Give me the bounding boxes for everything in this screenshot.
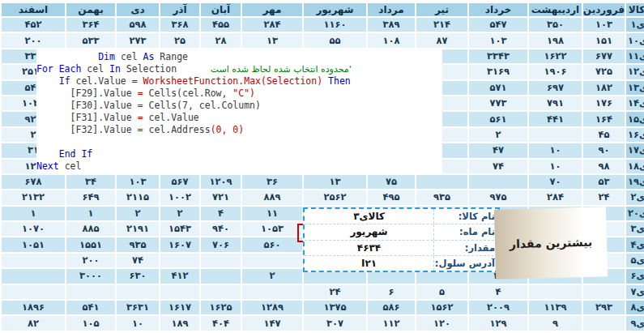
value-cell[interactable]: ۳۵۰ (529, 18, 582, 32)
product-name-cell[interactable]: کالای۱۱ (626, 49, 644, 63)
value-cell[interactable]: ۲۷۳ (117, 33, 159, 47)
value-cell[interactable]: ۱۰۵ (66, 316, 115, 330)
product-name-cell[interactable]: کالای۱ (626, 18, 644, 32)
product-name-cell[interactable]: کالای۶ (626, 269, 644, 283)
value-cell[interactable]: ۵۵ (304, 33, 366, 47)
product-name-cell[interactable]: کالای۱۳ (626, 81, 644, 95)
value-cell[interactable] (529, 285, 582, 299)
value-cell[interactable]: ۱۱۳۹ (529, 301, 582, 314)
value-cell[interactable]: ۱۹۰۶ (529, 65, 582, 79)
value-cell[interactable]: ۱۱۶۰ (304, 18, 366, 32)
product-name-cell[interactable]: کالای۲ (626, 190, 644, 204)
value-cell[interactable]: ۱ (66, 207, 115, 220)
max-value-label[interactable]: بیشترین مقدار (494, 207, 608, 280)
value-cell[interactable]: ۴۵ (583, 128, 625, 142)
product-name-cell[interactable]: کالای۸ (626, 301, 644, 314)
product-name-cell[interactable]: کالای۱۴ (626, 96, 644, 110)
header-month[interactable]: شهریور (304, 3, 366, 16)
result-info-panel[interactable]: نام کالا:کالای۳نام ماه:شهریورمقدار:۴۶۳۴آ… (303, 207, 500, 272)
value-cell[interactable]: ۱۰۵۳ (242, 222, 302, 236)
header-month[interactable]: خرداد (469, 3, 527, 16)
value-cell[interactable]: ۹۰ (583, 143, 625, 157)
value-cell[interactable]: ۲۸ (201, 33, 241, 47)
value-cell[interactable] (201, 285, 241, 299)
value-cell[interactable]: ۴۵۵ (201, 18, 241, 32)
product-name-cell[interactable]: کالای۱۹ (626, 175, 644, 189)
value-cell[interactable]: ۴۷ (469, 143, 527, 157)
value-cell[interactable] (160, 254, 199, 267)
value-cell[interactable] (242, 254, 302, 267)
value-cell[interactable]: ۱۲۹ (469, 316, 527, 330)
value-cell[interactable]: ۲۹۳ (583, 301, 625, 314)
value-cell[interactable]: ۵ (416, 285, 467, 299)
value-cell[interactable]: ۷۰۶ (201, 237, 241, 251)
value-cell[interactable]: ۲۸۴ (242, 18, 302, 32)
value-cell[interactable]: ۳۶۴ (66, 18, 115, 32)
value-cell[interactable]: ۶۳۰ (117, 269, 159, 283)
info-panel-value[interactable]: کالای۳ (305, 211, 433, 222)
value-cell[interactable]: ۱۵۴۳ (160, 222, 199, 236)
value-cell[interactable]: ۶۹۷ (529, 81, 582, 95)
value-cell[interactable]: ۱۶۲۲ (529, 49, 582, 63)
value-cell[interactable]: ۲۰۰ (66, 254, 115, 267)
value-cell[interactable]: ۹۷۵ (469, 190, 527, 204)
info-panel-value[interactable]: شهریور (305, 226, 433, 237)
value-cell[interactable]: ۷۵ (368, 175, 415, 189)
value-cell[interactable]: ۱۶۱۷ (160, 301, 199, 314)
value-cell[interactable]: ۹۳۵ (416, 190, 467, 204)
header-month[interactable]: دی (117, 3, 159, 16)
value-cell[interactable]: ۴۹۵ (368, 190, 415, 204)
value-cell[interactable]: ۵۸۶ (368, 301, 415, 314)
value-cell[interactable]: ۹۳۵ (117, 237, 159, 251)
value-cell[interactable] (117, 285, 159, 299)
value-cell[interactable]: ۲۰۰ (2, 33, 65, 47)
value-cell[interactable]: ۴ (469, 285, 527, 299)
value-cell[interactable]: ۲۵۶۲ (304, 190, 366, 204)
value-cell[interactable]: ۳۳۴۳ (469, 49, 527, 63)
value-cell[interactable]: ۱۸۲ (583, 81, 625, 95)
value-cell[interactable] (583, 316, 625, 330)
product-name-cell[interactable]: کالای۱۸ (626, 160, 644, 173)
header-month[interactable]: فروردین (583, 3, 625, 16)
value-cell[interactable]: ۲۴ (304, 285, 366, 299)
value-cell[interactable] (2, 285, 65, 299)
value-cell[interactable]: ۲ (469, 128, 527, 142)
header-month[interactable]: اسفند (2, 3, 65, 16)
value-cell[interactable]: ۱۰۳ (583, 18, 625, 32)
value-cell[interactable]: ۱۰ (529, 160, 582, 173)
value-cell[interactable]: ۶۷۷ (583, 49, 625, 63)
value-cell[interactable]: ۵۳۳ (66, 33, 115, 47)
value-cell[interactable]: ۵۴۱ (66, 301, 115, 314)
value-cell[interactable]: ۸۲ (2, 316, 65, 330)
product-name-cell[interactable]: کالای۱۷ (626, 143, 644, 157)
value-cell[interactable]: ۳۱۶۹ (469, 65, 527, 79)
value-cell[interactable]: ۳۶۳۱ (117, 301, 159, 314)
value-cell[interactable]: ۲ (117, 207, 159, 220)
value-cell[interactable]: ۷۲۱ (201, 190, 241, 204)
value-cell[interactable]: ۱۰ (117, 316, 159, 330)
value-cell[interactable]: ۴۴۱ (529, 112, 582, 126)
value-cell[interactable] (2, 254, 65, 267)
value-cell[interactable]: ۷۷۳ (469, 96, 527, 110)
value-cell[interactable] (529, 128, 582, 142)
value-cell[interactable]: ۱۲۰۹ (201, 175, 241, 189)
value-cell[interactable]: ۸۸۵ (66, 222, 115, 236)
value-cell[interactable]: ۵۶۷ (160, 175, 199, 189)
value-cell[interactable]: ۳۰۷ (304, 316, 366, 330)
info-panel-value[interactable]: ۴۶۳۴ (305, 242, 433, 254)
info-panel-value[interactable]: I۲۱ (305, 258, 433, 269)
value-cell[interactable]: ۱۳۷۵ (304, 301, 366, 314)
value-cell[interactable]: ۱۶۲۵ (201, 301, 241, 314)
value-cell[interactable]: ۵۷۱ (469, 81, 527, 95)
value-cell[interactable] (66, 285, 115, 299)
value-cell[interactable]: ۷۹۱ (529, 96, 582, 110)
value-cell[interactable]: ۱۱۲ (368, 316, 415, 330)
value-cell[interactable]: ۶۴۹ (66, 190, 115, 204)
value-cell[interactable]: ۱۰۰۲ (160, 190, 199, 204)
value-cell[interactable]: ۱۴۷ (242, 316, 302, 330)
value-cell[interactable]: ۲۱۹۱ (117, 222, 159, 236)
value-cell[interactable]: ۱۵۵۱ (66, 237, 115, 251)
value-cell[interactable]: ۱۵۶۲ (416, 301, 467, 314)
value-cell[interactable]: ۳۸۹ (368, 18, 415, 32)
value-cell[interactable]: ۱۰۵۱ (2, 237, 65, 251)
